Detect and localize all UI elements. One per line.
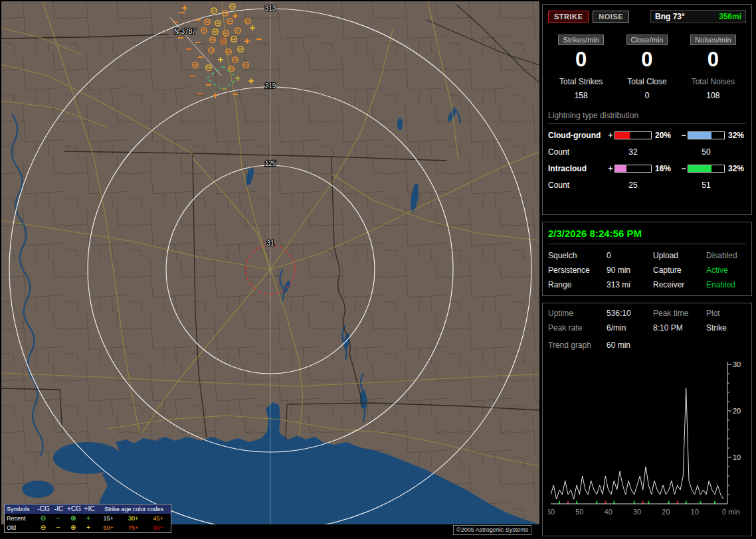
legend-age-code: 45+: [145, 514, 171, 523]
legend-header-row: Symbols -CG -IC +CG +IC Strike age color…: [5, 504, 171, 514]
strike-stats-box: STRIKE NOISE Bng 73° 356mi Strikes/min 0…: [542, 4, 752, 215]
bearing-range: 356mi: [719, 12, 741, 21]
total-noises-value: 108: [680, 91, 746, 100]
svg-text:40: 40: [605, 508, 613, 516]
ring-label: 31: [266, 240, 274, 247]
upload-label: Upload: [653, 251, 706, 260]
trend-plot: [551, 388, 723, 504]
legend-symbol: −: [50, 523, 66, 532]
strikes-per-min-value: 0: [548, 48, 614, 72]
cg-negative-count: 50: [688, 147, 725, 157]
svg-text:30: 30: [633, 508, 641, 516]
lightning-distribution: Lightning type distribution Cloud-ground…: [548, 111, 746, 190]
cg-positive-pct: 20%: [652, 131, 680, 140]
bearing-display[interactable]: Bng 73° 356mi: [650, 10, 746, 23]
distribution-title: Lightning type distribution: [548, 111, 746, 123]
range-label: Range: [548, 280, 607, 289]
map-area[interactable]: 313 219 125 31 N-3787 Symbols -CG -IC +C…: [1, 1, 539, 538]
noise-button[interactable]: NOISE: [593, 11, 629, 23]
storm-track-label: N-3787: [174, 28, 196, 35]
bearing-label: Bng 73°: [655, 12, 685, 21]
legend-recent-row: Recent ⊖ − ⊕ + 15+ 30+ 45+: [5, 514, 171, 523]
peak-time-label: Peak time: [653, 309, 706, 318]
range-value: 313 mi: [607, 280, 653, 289]
svg-text:20: 20: [662, 508, 670, 516]
status-box: 2/3/2026 8:24:56 PM Squelch 0 Upload Dis…: [542, 222, 752, 296]
legend-symbol: +: [81, 514, 96, 523]
legend-symbol: ⊕: [66, 523, 81, 532]
persistence-label: Persistence: [548, 266, 607, 275]
cloud-ground-row: Cloud-ground + 20% − 32%: [548, 131, 746, 140]
cg-positive-count: 32: [614, 147, 652, 157]
ic-negative-bar: [688, 165, 725, 173]
legend-recent-label: Recent: [5, 514, 35, 523]
count-label: Count: [548, 147, 607, 157]
legend-symbol: ⊕: [66, 514, 81, 523]
cg-negative-pct: 32%: [725, 131, 746, 140]
svg-text:10: 10: [733, 453, 741, 461]
cg-negative-bar-fill: [688, 132, 711, 139]
ring-label: 219: [265, 82, 276, 90]
total-strikes-label: Total Strikes: [548, 77, 614, 86]
trend-label-row: Trend graph 60 min: [548, 341, 746, 350]
strike-button[interactable]: STRIKE: [548, 11, 589, 23]
ic-negative-count: 51: [688, 181, 725, 190]
lake: [397, 118, 403, 130]
svg-text:50: 50: [575, 508, 583, 516]
noises-per-min-button[interactable]: Noises/min: [690, 35, 735, 45]
legend-age-code: 90+: [145, 523, 171, 532]
ic-positive-bar-fill: [615, 165, 626, 172]
legend-age-header: Strike age color codes: [97, 504, 171, 514]
uptime-value: 536:10: [607, 309, 653, 318]
total-noises-label: Total Noises: [680, 77, 746, 86]
count-label: Count: [548, 181, 607, 190]
plot-value: Strike: [706, 323, 746, 333]
capture-label: Capture: [653, 266, 706, 275]
cg-positive-bar: [614, 131, 652, 139]
datetime-display: 2/3/2026 8:24:56 PM: [548, 228, 746, 244]
svg-text:10: 10: [691, 508, 699, 516]
close-per-min-value: 0: [614, 48, 680, 72]
legend-col-neg-ic: -IC: [51, 504, 66, 514]
total-close-value: 0: [614, 91, 680, 100]
legend-col-pos-cg: +CG: [66, 504, 82, 514]
legend-symbol: −: [50, 514, 66, 523]
map-svg[interactable]: 313 219 125 31 N-3787: [1, 1, 539, 524]
lake: [129, 444, 150, 456]
uptime-grid: Uptime 536:10 Peak time Plot Peak rate 6…: [548, 309, 746, 333]
svg-text:30: 30: [733, 360, 741, 368]
strikes-rate-column: Strikes/min 0 Total Strikes 158: [548, 33, 614, 100]
plus-sign: +: [607, 164, 614, 173]
strikes-per-min-button[interactable]: Strikes/min: [558, 35, 603, 45]
legend-col-neg-cg: -CG: [36, 504, 51, 514]
trend-graph-label: Trend graph: [548, 341, 607, 350]
legend-age-code: 75+: [121, 523, 146, 532]
intracloud-row: Intracloud + 16% − 32%: [548, 164, 746, 173]
squelch-label: Squelch: [548, 251, 607, 260]
cg-negative-bar: [688, 131, 725, 139]
lake: [53, 442, 122, 474]
close-rate-column: Close/min 0 Total Close 0: [614, 33, 680, 100]
total-close-label: Total Close: [614, 77, 680, 86]
receiver-status: Enabled: [706, 280, 746, 289]
noises-per-min-value: 0: [680, 48, 746, 72]
ic-positive-pct: 16%: [652, 164, 680, 173]
status-grid: Squelch 0 Upload Disabled Persistence 90…: [548, 251, 746, 289]
side-panel: STRIKE NOISE Bng 73° 356mi Strikes/min 0…: [542, 4, 752, 539]
rates-section: Strikes/min 0 Total Strikes 158 Close/mi…: [548, 33, 746, 100]
legend-age-code: 15+: [96, 514, 121, 523]
legend-old-row: Old ⊖ − ⊕ + 60+ 75+ 90+: [5, 523, 171, 532]
plot-label: Plot: [706, 309, 746, 318]
upload-status: Disabled: [706, 251, 746, 260]
lake: [22, 481, 54, 498]
mode-button-row: STRIKE NOISE Bng 73° 356mi: [548, 10, 746, 23]
legend-box: Symbols -CG -IC +CG +IC Strike age color…: [4, 504, 171, 533]
legend-col-pos-ic: +IC: [82, 504, 97, 514]
copyright: ©2005 Astrogenic Systems: [453, 525, 531, 535]
squelch-value: 0: [607, 251, 653, 260]
plus-sign: +: [607, 131, 614, 140]
close-per-min-button[interactable]: Close/min: [626, 35, 668, 45]
legend-old-label: Old: [5, 523, 35, 532]
legend-symbol: +: [81, 523, 96, 532]
legend-symbols-header: Symbols: [5, 504, 36, 514]
